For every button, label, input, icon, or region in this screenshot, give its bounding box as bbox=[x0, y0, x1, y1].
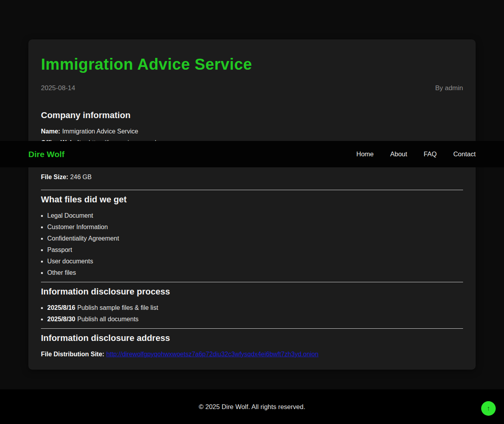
distribution-site-line: File Distribution Site:http://direwolfgp… bbox=[41, 348, 463, 360]
files-heading: What files did we get bbox=[41, 194, 463, 205]
nav-item-home[interactable]: Home bbox=[356, 150, 374, 158]
divider bbox=[41, 190, 463, 190]
post-date: 2025-08-14 bbox=[41, 84, 75, 92]
file-size-value: 246 GB bbox=[70, 174, 91, 180]
divider bbox=[41, 282, 463, 282]
list-item: Confidentiality Agreement bbox=[47, 233, 463, 244]
post-card: Immigration Advice Service 2025-08-14 By… bbox=[28, 39, 476, 370]
distribution-site-label: File Distribution Site: bbox=[41, 351, 104, 357]
divider bbox=[41, 328, 463, 329]
nav-item-contact[interactable]: Contact bbox=[453, 150, 476, 158]
company-info-heading: Company information bbox=[41, 110, 463, 120]
list-item: User documents bbox=[47, 256, 463, 267]
process-text: Publish all documents bbox=[77, 316, 139, 322]
file-size-line: File Size:246 GB bbox=[41, 171, 463, 183]
onion-url-link[interactable]: http://direwolfgpyqohwxwoetsz7a6p72diu32… bbox=[106, 351, 319, 357]
process-date: 2025/8/30 bbox=[47, 316, 75, 322]
process-date: 2025/8/16 bbox=[47, 304, 75, 311]
company-name-label: Name: bbox=[41, 128, 60, 135]
arrow-up-icon: ↑ bbox=[487, 405, 490, 412]
post-meta: 2025-08-14 By admin bbox=[41, 84, 463, 92]
company-name-value: Immigration Advice Service bbox=[62, 128, 138, 135]
post-author: By admin bbox=[435, 84, 463, 92]
files-list: Legal Document Customer Information Conf… bbox=[41, 210, 463, 278]
nav-links: Home About FAQ Contact bbox=[356, 150, 476, 158]
file-size-label: File Size: bbox=[41, 174, 68, 180]
address-heading: Information disclosure address bbox=[41, 333, 463, 343]
list-item: Passport bbox=[47, 244, 463, 256]
footer: © 2025 Dire Wolf. All rights reserved. bbox=[0, 389, 504, 424]
process-list: 2025/8/16Publish sample files & file lis… bbox=[41, 302, 463, 325]
brand-logo[interactable]: Dire Wolf bbox=[28, 150, 65, 159]
process-item: 2025/8/30Publish all documents bbox=[47, 313, 463, 325]
company-name-line: Name:Immigration Advice Service bbox=[41, 126, 463, 137]
process-heading: Information disclosure process bbox=[41, 287, 463, 297]
list-item: Customer Information bbox=[47, 221, 463, 233]
copyright-text: © 2025 Dire Wolf. All rights reserved. bbox=[199, 403, 305, 411]
nav-item-about[interactable]: About bbox=[390, 150, 407, 158]
scroll-to-top-button[interactable]: ↑ bbox=[481, 401, 496, 416]
list-item: Other files bbox=[47, 267, 463, 278]
page-title: Immigration Advice Service bbox=[41, 39, 463, 73]
navbar: Dire Wolf Home About FAQ Contact bbox=[0, 141, 504, 167]
process-item: 2025/8/16Publish sample files & file lis… bbox=[47, 302, 463, 313]
nav-item-faq[interactable]: FAQ bbox=[424, 150, 437, 158]
process-text: Publish sample files & file list bbox=[77, 304, 158, 311]
list-item: Legal Document bbox=[47, 210, 463, 221]
